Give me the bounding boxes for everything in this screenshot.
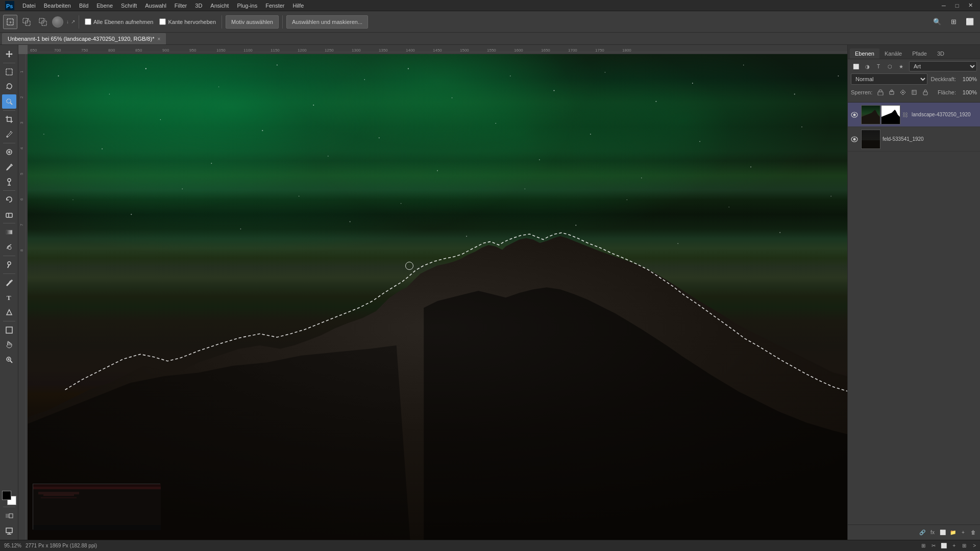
window-close[interactable]: ✕ — [965, 2, 976, 10]
history-brush-tool[interactable] — [2, 192, 16, 207]
alle-ebenen-checkbox[interactable]: Alle Ebenen aufnehmen — [83, 18, 155, 25]
svg-text:1450: 1450 — [433, 48, 442, 53]
menu-3d[interactable]: 3D — [191, 2, 206, 10]
status-icon-1[interactable]: ⊞ — [919, 541, 928, 550]
lock-image-btn[interactable] — [887, 88, 897, 97]
ruler-vertical: 1 2 3 4 5 6 7 8 — [18, 54, 28, 540]
quick-selection-tool[interactable] — [2, 94, 16, 109]
layer-link-btn[interactable]: 🔗 — [918, 528, 927, 537]
menu-datei[interactable]: Datei — [18, 2, 40, 10]
filter-type-icon[interactable]: T — [873, 62, 884, 71]
lock-transparent-btn[interactable] — [875, 88, 886, 97]
svg-text:5: 5 — [19, 172, 24, 175]
screen-mode-button[interactable] — [2, 523, 16, 538]
auswaehlen-maskieren-button[interactable]: Auswählen und maskieren... — [286, 15, 368, 29]
crop-tool[interactable] — [2, 112, 16, 127]
lock-position-btn[interactable] — [898, 88, 908, 97]
tab-kanaele[interactable]: Kanäle — [879, 48, 907, 59]
menu-schrift[interactable]: Schrift — [117, 2, 141, 10]
layer-visibility-toggle[interactable] — [850, 135, 859, 144]
menu-auswahl[interactable]: Auswahl — [141, 2, 170, 10]
foreground-color[interactable] — [2, 491, 11, 500]
svg-rect-134 — [923, 92, 927, 95]
brush-size[interactable] — [52, 16, 63, 28]
hand-tool[interactable] — [2, 338, 16, 352]
move-tool[interactable] — [2, 47, 16, 61]
canvas-area[interactable]: 650 700 750 800 850 900 950 1050 1100 11… — [18, 45, 847, 540]
layer-group-btn[interactable]: 📁 — [948, 528, 958, 537]
subtract-selection-btn[interactable]: − — [36, 15, 50, 29]
eyedropper-tool[interactable] — [2, 127, 16, 141]
pen-tool[interactable] — [2, 276, 16, 290]
tab-3d[interactable]: 3D — [932, 48, 949, 59]
layer-chain-icon: ⛓ — [902, 112, 910, 118]
marquee-tool[interactable] — [2, 65, 16, 79]
gradient-tool[interactable] — [2, 225, 16, 239]
window-size-button[interactable]: ⬜ — [963, 15, 977, 29]
filter-pixel-icon[interactable]: ⬜ — [851, 62, 861, 71]
color-swatches[interactable] — [2, 491, 16, 505]
layer-delete-btn[interactable]: 🗑 — [969, 528, 978, 537]
layer-name: feld-533541_1920 — [883, 136, 978, 142]
layer-add-btn[interactable]: + — [959, 528, 968, 537]
svg-line-28 — [10, 361, 12, 363]
add-selection-btn[interactable]: + — [19, 15, 34, 29]
path-selection-tool[interactable] — [2, 305, 16, 319]
layer-thumbnail — [861, 130, 880, 149]
svg-text:650: 650 — [30, 48, 37, 53]
shape-tool[interactable] — [2, 323, 16, 337]
svg-point-140 — [853, 138, 856, 140]
canvas-image[interactable] — [28, 54, 847, 540]
svg-text:1750: 1750 — [595, 48, 604, 53]
menu-bild[interactable]: Bild — [75, 2, 92, 10]
status-icon-2[interactable]: ✂ — [929, 541, 938, 550]
menu-bearbeiten[interactable]: Bearbeiten — [40, 2, 75, 10]
window-maximize[interactable]: □ — [951, 2, 963, 10]
menu-plugins[interactable]: Plug-ins — [233, 2, 261, 10]
window-minimize[interactable]: ─ — [938, 2, 949, 10]
eraser-tool[interactable] — [2, 207, 16, 221]
lasso-tool[interactable] — [2, 80, 16, 94]
workspace-button[interactable]: ⊞ — [946, 15, 961, 29]
layer-item[interactable]: feld-533541_1920 — [848, 127, 980, 152]
status-icon-4[interactable]: + — [949, 541, 959, 550]
zoom-tool[interactable] — [2, 353, 16, 367]
kante-hervorheben-checkbox[interactable]: Kante hervorheben — [157, 18, 218, 25]
menu-fenster[interactable]: Fenster — [261, 2, 288, 10]
filter-adjustment-icon[interactable]: ◑ — [862, 62, 872, 71]
status-icon-3[interactable]: ⬜ — [939, 541, 948, 550]
document-tab[interactable]: Unbenannt-1 bei 65% (landscape-4370250_1… — [2, 33, 166, 44]
layer-fx-btn[interactable]: fx — [928, 528, 937, 537]
svg-text:1400: 1400 — [406, 48, 415, 53]
menu-filter[interactable]: Filter — [170, 2, 191, 10]
tab-ebenen[interactable]: Ebenen — [850, 48, 879, 59]
healing-brush-tool[interactable] — [2, 145, 16, 159]
search-button[interactable]: 🔍 — [930, 15, 944, 29]
layer-item[interactable]: ⛓ landscape-4370250_1920 — [848, 103, 980, 127]
tool-sep-9 — [3, 507, 15, 507]
brush-tool[interactable] — [2, 160, 16, 174]
layer-visibility-toggle[interactable] — [850, 110, 859, 119]
dodge-tool[interactable] — [2, 258, 16, 272]
layer-mask-btn[interactable]: ⬜ — [938, 528, 947, 537]
tab-close-button[interactable]: × — [157, 36, 160, 42]
lock-all-btn[interactable] — [920, 88, 930, 97]
layer-kind-select[interactable]: Art — [909, 61, 977, 71]
svg-rect-21 — [6, 230, 12, 234]
status-icon-5[interactable]: ⊞ — [960, 541, 969, 550]
motiv-auswaehlen-button[interactable]: Motiv auswählen — [226, 15, 279, 29]
menu-hilfe[interactable]: Hilfe — [288, 2, 308, 10]
blur-tool[interactable] — [2, 240, 16, 254]
menu-ansicht[interactable]: Ansicht — [206, 2, 233, 10]
lock-artboard-btn[interactable] — [909, 88, 919, 97]
blend-mode-select[interactable]: Normal — [851, 73, 927, 85]
menu-ebene[interactable]: Ebene — [92, 2, 117, 10]
sperren-label: Sperren: — [851, 89, 872, 95]
filter-smart-icon[interactable]: ★ — [896, 62, 906, 71]
clone-stamp-tool[interactable] — [2, 174, 16, 189]
quick-mask-button[interactable] — [2, 509, 16, 523]
filter-shape-icon[interactable]: ⬡ — [885, 62, 895, 71]
type-tool[interactable]: T — [2, 290, 16, 305]
tab-pfade[interactable]: Pfade — [907, 48, 932, 59]
new-selection-btn[interactable]: + — [3, 15, 17, 29]
